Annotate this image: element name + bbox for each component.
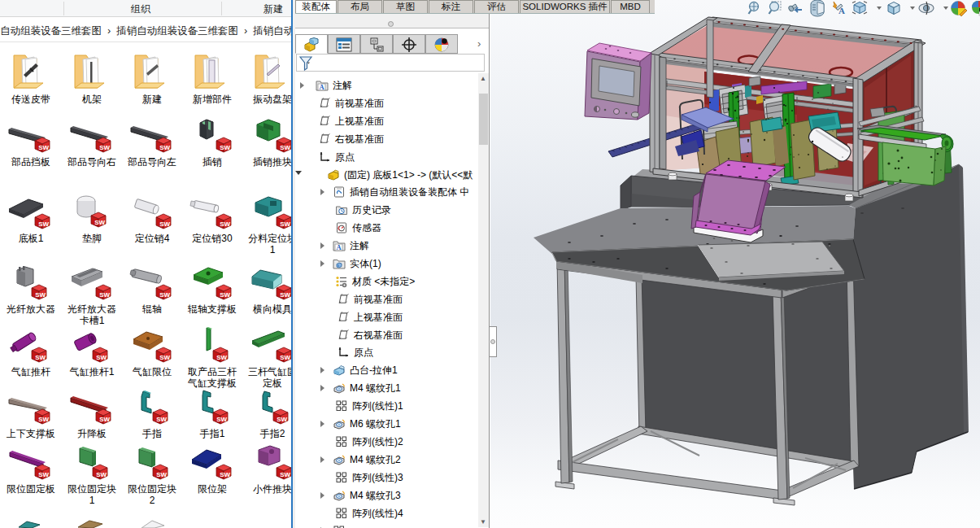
svg-text:SW: SW — [35, 354, 46, 361]
svg-text:SW: SW — [280, 354, 290, 361]
svg-text:SW: SW — [99, 144, 110, 151]
svg-text:SW: SW — [99, 291, 110, 299]
svg-text:A: A — [320, 83, 325, 91]
svg-text:SW: SW — [156, 416, 167, 423]
svg-text:SW: SW — [220, 220, 230, 228]
svg-text:SW: SW — [96, 354, 107, 361]
svg-text:SW: SW — [280, 291, 290, 299]
svg-text:SW: SW — [38, 220, 49, 228]
svg-text:SW: SW — [216, 354, 227, 361]
svg-text:SW: SW — [38, 416, 49, 423]
svg-text:A: A — [838, 6, 845, 15]
svg-text:SW: SW — [280, 144, 290, 151]
svg-text:SW: SW — [159, 144, 170, 151]
svg-text:SW: SW — [277, 416, 287, 423]
svg-text:SW: SW — [220, 144, 230, 151]
svg-text:SW: SW — [96, 471, 107, 478]
svg-text:SW: SW — [159, 354, 170, 361]
svg-text:SW: SW — [159, 220, 170, 228]
svg-text:SW: SW — [38, 471, 49, 478]
svg-text:SW: SW — [220, 471, 230, 478]
svg-text:SW: SW — [220, 291, 230, 299]
svg-text:SW: SW — [280, 471, 290, 478]
svg-text:SW: SW — [38, 144, 49, 151]
svg-text:SW: SW — [99, 416, 110, 423]
svg-text:SW: SW — [216, 416, 227, 423]
svg-text:SW: SW — [35, 291, 46, 299]
svg-text:SW: SW — [156, 471, 167, 478]
svg-text:SW: SW — [159, 291, 170, 299]
svg-text:SW: SW — [280, 220, 290, 228]
svg-text:SW: SW — [94, 219, 105, 226]
svg-text:A: A — [337, 243, 342, 251]
